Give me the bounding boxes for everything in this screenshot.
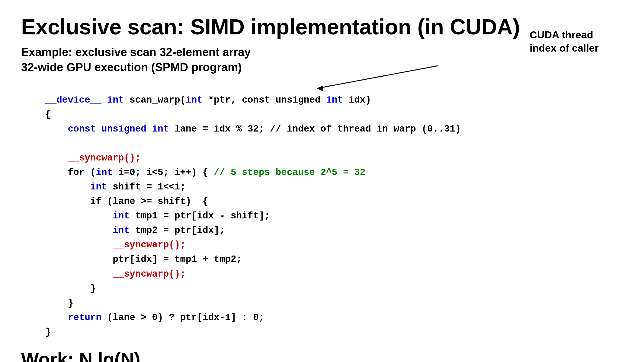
code-block: __device__ int scan_warp(int *ptr, const… bbox=[45, 93, 623, 339]
code-line-16: return (lane > 0) ? ptr[idx-1] : 0; bbox=[45, 310, 623, 325]
code-line-15: } bbox=[45, 296, 623, 310]
code-line-10: int tmp2 = ptr[idx]; bbox=[45, 223, 623, 238]
code-line-1: __device__ int scan_warp(int *ptr, const… bbox=[45, 93, 623, 107]
annotation-text: CUDA thread index of caller bbox=[530, 28, 599, 55]
code-line-4 bbox=[45, 136, 623, 151]
code-line-8: if (lane >= shift) { bbox=[45, 194, 623, 209]
code-line-13: __syncwarp(); bbox=[45, 267, 623, 281]
code-line-6: for (int i=0; i<5; i++) { // 5 steps bec… bbox=[45, 165, 623, 180]
svg-marker-1 bbox=[317, 85, 323, 91]
code-line-9: int tmp1 = ptr[idx - shift]; bbox=[45, 209, 623, 223]
annotation-arrow bbox=[263, 39, 474, 99]
code-line-11: __syncwarp(); bbox=[45, 238, 623, 252]
code-line-5: __syncwarp(); bbox=[45, 151, 623, 165]
code-line-12: ptr[idx] = tmp1 + tmp2; bbox=[45, 252, 623, 267]
code-line-2: { bbox=[45, 107, 623, 122]
code-line-17: } bbox=[45, 325, 623, 339]
code-line-3: const unsigned int lane = idx % 32; // i… bbox=[45, 122, 623, 136]
work-title: Work: N lg(N) bbox=[21, 348, 623, 362]
code-line-14: } bbox=[45, 281, 623, 296]
svg-line-0 bbox=[317, 66, 438, 88]
code-line-7: int shift = 1<<i; bbox=[45, 180, 623, 194]
